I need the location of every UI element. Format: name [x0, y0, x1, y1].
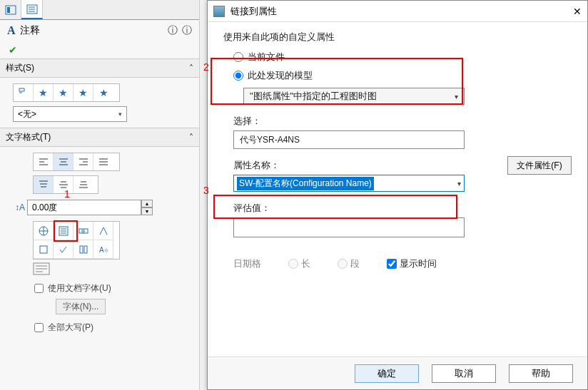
insert-check-icon[interactable] — [54, 240, 74, 259]
pm-tabs — [0, 0, 199, 20]
link-to-property-dialog: 链接到属性 ✕ 使用来自此项的自定义属性 当前文件 2 此处发现的模型 "图纸属… — [207, 0, 588, 390]
model-source-dropdown[interactable]: "图纸属性"中指定的工程图时图 ▾ — [243, 88, 465, 105]
valign-top-icon[interactable] — [34, 176, 54, 193]
select-value-field[interactable]: 代号YSR-A4NS — [233, 130, 465, 149]
align-right-icon[interactable] — [74, 153, 93, 170]
angle-icon: ↕A — [13, 202, 27, 212]
font-button[interactable]: 字体(N)... — [56, 299, 106, 314]
radio-long[interactable]: 长 — [288, 257, 310, 270]
all-caps-checkbox[interactable]: 全部大写(P) — [13, 322, 186, 334]
star-add-icon[interactable]: ★ — [34, 84, 54, 101]
text-format-body: ↕A ▲▼ 1 ⊕ A⟐ 使用文档字体(U) 字体(N)... 全部大写(P) — [0, 147, 199, 339]
cancel-button[interactable]: 取消 — [432, 364, 496, 383]
panel-title: 注释 — [20, 24, 40, 37]
svg-text:A⟐: A⟐ — [99, 246, 108, 254]
style-label: 样式(S) — [6, 62, 34, 74]
star-load-icon[interactable]: ★ — [93, 84, 113, 101]
dialog-subtitle: 使用来自此项的自定义属性 — [223, 31, 572, 43]
style-dropdown[interactable]: <无> ▾ — [13, 106, 127, 122]
style-section-body: ★ ★ ★ ★ <无> ▾ — [0, 78, 199, 128]
chevron-down-icon: ▾ — [118, 111, 122, 118]
fit-text-icon[interactable] — [33, 262, 186, 275]
annotation-1: 1 — [64, 188, 70, 200]
ok-check-icon[interactable]: ✔ — [0, 41, 199, 58]
svg-text:⊕: ⊕ — [81, 228, 86, 235]
dialog-body: 使用来自此项的自定义属性 当前文件 2 此处发现的模型 "图纸属性"中指定的工程… — [208, 22, 587, 270]
property-manager-panel: A 注释 ⓘ ⓘ ✔ 样式(S) ˄ ★ ★ ★ ★ <无> ▾ 文字格式(T)… — [0, 0, 200, 390]
star-save-icon[interactable]: ★ — [74, 84, 93, 101]
align-center-icon[interactable] — [54, 153, 74, 170]
date-label: 日期格 — [233, 257, 261, 270]
insert-gtol-icon[interactable]: ⊕ — [74, 222, 93, 240]
ok-button[interactable]: 确定 — [355, 364, 419, 383]
attr-name-value: SW-配置名称(Configuration Name) — [237, 177, 374, 190]
link-to-property-icon[interactable] — [54, 222, 74, 240]
style-dropdown-value: <无> — [18, 108, 36, 120]
valign-bot-icon[interactable] — [74, 176, 93, 193]
insert-flag-icon[interactable]: A⟐ — [93, 240, 113, 259]
insert-grid: ⊕ A⟐ — [33, 221, 120, 260]
note-icon: A — [7, 24, 16, 37]
tab-2[interactable] — [21, 0, 43, 19]
dialog-titlebar: 链接到属性 ✕ — [208, 1, 587, 22]
file-properties-button[interactable]: 文件属性(F) — [507, 156, 572, 175]
insert-block-icon[interactable] — [74, 240, 93, 259]
show-time-checkbox[interactable]: 显示时间 — [387, 257, 437, 270]
angle-spinner[interactable]: ▲▼ — [141, 200, 153, 215]
chevron-up-icon: ˄ — [189, 133, 193, 143]
chevron-up-icon: ˄ — [189, 63, 193, 73]
angle-input[interactable] — [27, 200, 141, 215]
dialog-title: 链接到属性 — [230, 5, 277, 18]
attr-name-dropdown[interactable]: SW-配置名称(Configuration Name) ▾ — [233, 175, 465, 192]
dialog-icon — [213, 6, 225, 17]
text-format-header[interactable]: 文字格式(T) ˄ — [0, 128, 199, 147]
pin-icon[interactable]: ⓘ — [182, 24, 192, 37]
dialog-footer: 确定 取消 帮助 — [208, 356, 587, 389]
style-apply-icon[interactable] — [14, 84, 34, 101]
help-icon[interactable]: ⓘ — [168, 24, 178, 37]
tab-1[interactable] — [0, 0, 21, 19]
star-remove-icon[interactable]: ★ — [54, 84, 74, 101]
eval-label: 评估值： — [233, 202, 572, 215]
style-section-header[interactable]: 样式(S) ˄ — [0, 58, 199, 78]
select-label: 选择： — [233, 115, 572, 128]
insert-datum-icon[interactable] — [34, 240, 54, 259]
insert-hyperlink-icon[interactable] — [34, 222, 54, 240]
annotation-3: 3 — [203, 185, 209, 196]
radio-current-file[interactable]: 当前文件 — [233, 51, 572, 63]
svg-rect-1 — [7, 7, 10, 13]
radio-short[interactable]: 段 — [338, 257, 360, 270]
align-left-icon[interactable] — [34, 153, 54, 170]
chevron-down-icon: ▾ — [457, 180, 461, 188]
angle-row: ↕A ▲▼ 1 — [13, 200, 186, 215]
chevron-down-icon: ▾ — [455, 93, 458, 101]
style-favorites-toolbar: ★ ★ ★ ★ — [13, 83, 120, 102]
panel-header: A 注释 ⓘ ⓘ — [0, 20, 199, 41]
close-icon[interactable]: ✕ — [573, 6, 582, 17]
svg-rect-35 — [80, 246, 83, 253]
date-format-row: 日期格 长 段 显示时间 — [233, 257, 572, 270]
annotation-2: 2 — [203, 61, 209, 73]
h-align-toolbar — [33, 153, 120, 171]
help-button[interactable]: 帮助 — [509, 364, 573, 383]
model-source-value: "图纸属性"中指定的工程图时图 — [250, 90, 377, 103]
insert-surface-icon[interactable] — [93, 222, 113, 240]
use-doc-font-checkbox[interactable]: 使用文档字体(U) — [13, 282, 186, 294]
radio-model-found[interactable]: 此处发现的模型 — [233, 69, 572, 82]
valign-mid-icon[interactable] — [54, 176, 74, 193]
align-justify-icon[interactable] — [93, 153, 113, 170]
svg-rect-36 — [84, 246, 87, 253]
eval-value-field — [233, 217, 465, 237]
text-format-label: 文字格式(T) — [6, 131, 51, 143]
svg-rect-34 — [40, 246, 47, 253]
